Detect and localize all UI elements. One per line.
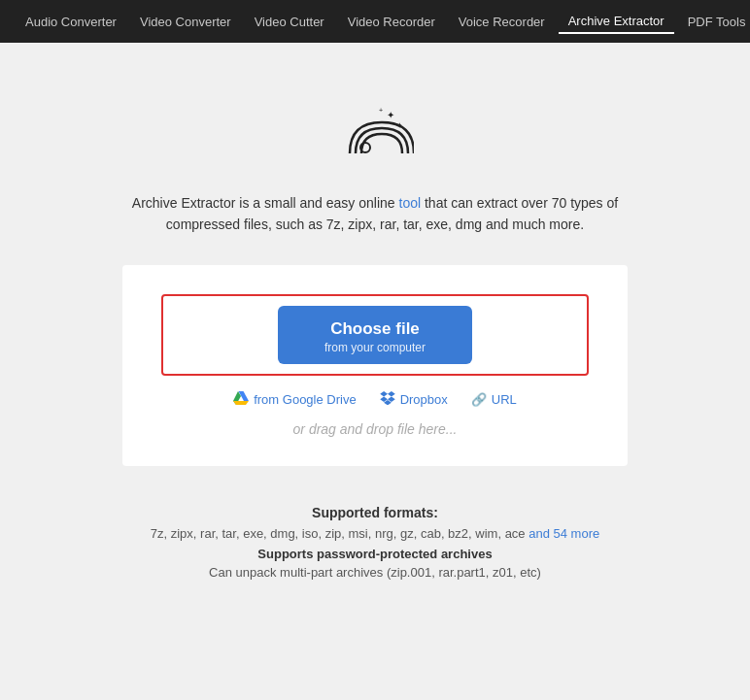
source-links: from Google Drive Dropbox 🔗 URL [233,391,517,408]
choose-file-button-sublabel: from your computer [324,341,426,354]
formats-list: 7z, zipx, rar, tar, exe, dmg, iso, zip, … [151,526,599,541]
svg-text:+: + [379,107,383,114]
nav-archive-extractor[interactable]: Archive Extractor [559,10,674,34]
nav-pdf-tools[interactable]: PDF Tools [678,11,750,33]
svg-marker-7 [380,391,388,396]
svg-text:✦: ✦ [396,121,403,130]
choose-file-drop-zone[interactable]: Choose file from your computer [161,294,589,376]
google-drive-label: from Google Drive [254,392,356,407]
nav-video-cutter[interactable]: Video Cutter [245,11,334,33]
formats-feature2: Can unpack multi-part archives (zip.001,… [151,565,599,580]
nav-voice-recorder[interactable]: Voice Recorder [449,11,555,33]
dropbox-label: Dropbox [400,392,448,407]
url-label: URL [492,392,517,407]
navigation: Audio Converter Video Converter Video Cu… [0,0,750,43]
nav-audio-converter[interactable]: Audio Converter [16,11,126,33]
dropbox-link[interactable]: Dropbox [380,391,448,408]
upload-card: Choose file from your computer from Goog… [122,265,628,466]
google-drive-link[interactable]: from Google Drive [233,391,356,408]
google-drive-icon [233,391,249,408]
svg-marker-8 [388,391,395,396]
hero-description: Archive Extractor is a small and easy on… [132,192,618,236]
url-icon: 🔗 [471,392,487,407]
url-link[interactable]: 🔗 URL [471,392,517,407]
formats-feature1: Supports password-protected archives [151,547,599,561]
hero-icon: ✦ ✦ + [336,101,414,173]
main-content: ✦ ✦ + Archive Extractor is a small and e… [0,43,750,618]
formats-list-text: 7z, zipx, rar, tar, exe, dmg, iso, zip, … [151,526,526,541]
hero-description-link[interactable]: tool [399,195,422,211]
choose-file-button-label: Choose file [330,319,420,339]
svg-text:✦: ✦ [387,110,394,120]
drag-drop-text: or drag and drop file here... [293,421,458,437]
nav-video-recorder[interactable]: Video Recorder [338,11,445,33]
choose-file-button[interactable]: Choose file from your computer [278,306,472,364]
formats-title: Supported formats: [151,505,599,520]
svg-marker-6 [233,401,249,405]
formats-section: Supported formats: 7z, zipx, rar, tar, e… [151,505,599,580]
dropbox-icon [380,391,395,408]
nav-video-converter[interactable]: Video Converter [130,11,241,33]
formats-more-link[interactable]: and 54 more [528,526,599,541]
